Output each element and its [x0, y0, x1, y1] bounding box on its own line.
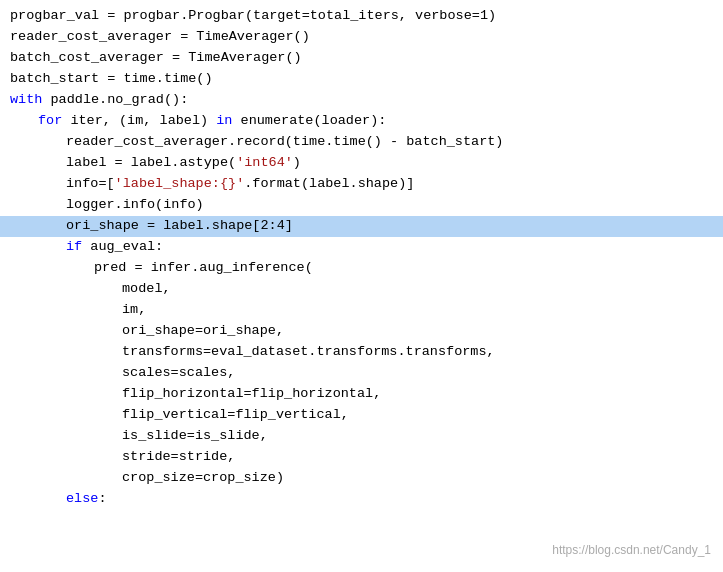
code-token: with	[10, 90, 42, 111]
code-line: im,	[0, 300, 723, 321]
code-token: logger.info(info)	[66, 195, 204, 216]
code-line: reader_cost_averager = TimeAverager()	[0, 27, 723, 48]
code-line: reader_cost_averager.record(time.time() …	[0, 132, 723, 153]
code-token: reader_cost_averager.record(time.time() …	[66, 132, 503, 153]
code-token: for	[38, 111, 62, 132]
code-token: 1	[480, 6, 488, 27]
code-token: else	[66, 489, 98, 510]
code-token: 'label_shape:{}'	[115, 174, 245, 195]
code-line: pred = infer.aug_inference(	[0, 258, 723, 279]
code-token: progbar_val = progbar.Progbar(target=tot…	[10, 6, 480, 27]
code-token: stride=stride,	[122, 447, 235, 468]
code-token: in	[216, 111, 232, 132]
code-line: flip_horizontal=flip_horizontal,	[0, 384, 723, 405]
code-token: transforms=eval_dataset.transforms.trans…	[122, 342, 495, 363]
code-line: model,	[0, 279, 723, 300]
code-line: scales=scales,	[0, 363, 723, 384]
code-token: is_slide=is_slide,	[122, 426, 268, 447]
code-line: for iter, (im, label) in enumerate(loade…	[0, 111, 723, 132]
code-line: label = label.astype('int64')	[0, 153, 723, 174]
code-line: transforms=eval_dataset.transforms.trans…	[0, 342, 723, 363]
code-token: crop_size=crop_size)	[122, 468, 284, 489]
code-line: ori_shape=ori_shape,	[0, 321, 723, 342]
code-token: batch_start = time.time()	[10, 69, 213, 90]
code-line: batch_start = time.time()	[0, 69, 723, 90]
code-line: else:	[0, 489, 723, 510]
code-token: scales=scales,	[122, 363, 235, 384]
code-token: info=[	[66, 174, 115, 195]
code-token: model,	[122, 279, 171, 300]
code-token: enumerate(loader):	[232, 111, 386, 132]
code-line: ori_shape = label.shape[2:4]	[0, 216, 723, 237]
code-line: flip_vertical=flip_vertical,	[0, 405, 723, 426]
code-token: )	[293, 153, 301, 174]
code-token: im,	[122, 300, 146, 321]
code-token: 'int64'	[236, 153, 293, 174]
code-token: iter, (im, label)	[62, 111, 216, 132]
code-token: reader_cost_averager = TimeAverager()	[10, 27, 310, 48]
code-token: ori_shape=ori_shape,	[122, 321, 284, 342]
code-line: with paddle.no_grad():	[0, 90, 723, 111]
watermark: https://blog.csdn.net/Candy_1	[552, 541, 711, 560]
code-line: progbar_val = progbar.Progbar(target=tot…	[0, 6, 723, 27]
code-line: info=['label_shape:{}'.format(label.shap…	[0, 174, 723, 195]
code-token: .format(label.shape)]	[244, 174, 414, 195]
code-token: aug_eval:	[82, 237, 163, 258]
code-line: if aug_eval:	[0, 237, 723, 258]
code-token: paddle.no_grad():	[42, 90, 188, 111]
code-token: batch_cost_averager = TimeAverager()	[10, 48, 302, 69]
code-line: logger.info(info)	[0, 195, 723, 216]
code-line: crop_size=crop_size)	[0, 468, 723, 489]
code-token: pred = infer.aug_inference(	[94, 258, 313, 279]
code-token: flip_horizontal=flip_horizontal,	[122, 384, 381, 405]
code-token: :	[98, 489, 106, 510]
code-line: batch_cost_averager = TimeAverager()	[0, 48, 723, 69]
code-line: is_slide=is_slide,	[0, 426, 723, 447]
code-token: if	[66, 237, 82, 258]
code-editor: progbar_val = progbar.Progbar(target=tot…	[0, 0, 723, 572]
code-content: progbar_val = progbar.Progbar(target=tot…	[0, 6, 723, 510]
code-token: )	[488, 6, 496, 27]
code-line: stride=stride,	[0, 447, 723, 468]
code-token: flip_vertical=flip_vertical,	[122, 405, 349, 426]
code-token: ori_shape = label.shape[2:4]	[66, 216, 293, 237]
code-token: label = label.astype(	[66, 153, 236, 174]
